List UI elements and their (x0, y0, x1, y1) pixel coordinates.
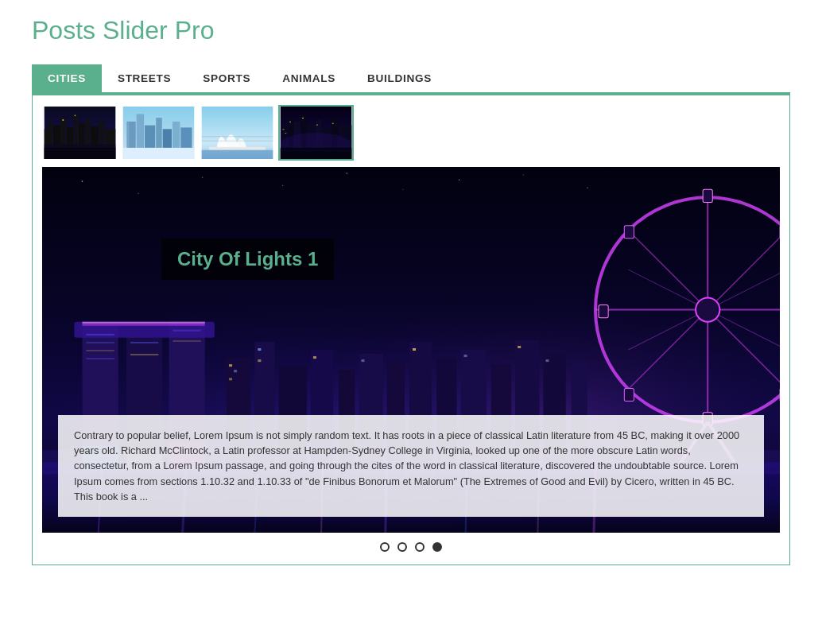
svg-point-64 (459, 179, 459, 180)
svg-rect-47 (289, 122, 291, 122)
tab-cities[interactable]: CITIES (32, 64, 102, 92)
svg-point-60 (202, 177, 203, 177)
svg-rect-119 (313, 356, 316, 359)
svg-rect-115 (234, 370, 237, 372)
svg-rect-15 (45, 148, 116, 159)
thumbnail-2[interactable] (121, 105, 196, 161)
slide-description: Contrary to popular belief, Lorem Ipsum … (74, 428, 748, 504)
svg-rect-48 (302, 118, 304, 118)
svg-rect-120 (361, 359, 364, 362)
svg-rect-45 (283, 129, 285, 130)
svg-rect-114 (229, 364, 232, 367)
tab-buildings[interactable]: BUILDINGS (351, 64, 448, 92)
svg-rect-49 (316, 125, 318, 126)
slide-description-box: Contrary to popular belief, Lorem Ipsum … (58, 415, 764, 517)
svg-point-13 (75, 115, 76, 117)
svg-rect-95 (130, 354, 158, 355)
slider-container: City Of Lights 1 Contrary to popular bel… (32, 95, 790, 565)
svg-point-62 (346, 173, 347, 174)
svg-rect-29 (209, 147, 266, 150)
thumbnail-4[interactable] (278, 105, 354, 161)
dot-1[interactable] (380, 542, 390, 552)
tab-streets[interactable]: STREETS (102, 64, 187, 92)
svg-point-65 (523, 175, 524, 176)
svg-rect-94 (130, 342, 158, 343)
nav-tabs: CITIES STREETS SPORTS ANIMALS BUILDINGS (32, 64, 790, 95)
dot-3[interactable] (415, 542, 425, 552)
svg-point-59 (138, 193, 138, 194)
svg-rect-46 (285, 133, 286, 134)
svg-rect-81 (624, 226, 634, 239)
svg-rect-50 (332, 123, 334, 124)
dot-2[interactable] (397, 542, 407, 552)
svg-rect-118 (258, 359, 261, 362)
svg-rect-123 (518, 346, 521, 348)
svg-point-63 (402, 189, 403, 190)
svg-point-58 (82, 180, 83, 182)
svg-point-75 (696, 297, 719, 321)
svg-rect-121 (413, 348, 416, 351)
svg-point-61 (282, 185, 283, 186)
slider-dots (42, 533, 780, 555)
svg-point-12 (62, 119, 64, 121)
svg-rect-116 (229, 378, 232, 380)
thumbnails-row (42, 105, 780, 161)
slide-title-box: City Of Lights 1 (161, 239, 334, 280)
tab-sports[interactable]: SPORTS (187, 64, 266, 92)
page-title: Posts Slider Pro (32, 16, 790, 45)
slide-title: City Of Lights 1 (177, 248, 318, 270)
main-slide: City Of Lights 1 Contrary to popular bel… (42, 167, 780, 533)
svg-rect-52 (281, 148, 352, 159)
dot-4[interactable] (432, 542, 442, 552)
thumbnail-1[interactable] (42, 105, 118, 161)
svg-rect-76 (703, 189, 712, 202)
svg-rect-27 (123, 148, 195, 159)
svg-rect-83 (624, 388, 634, 401)
svg-rect-117 (258, 348, 261, 351)
tab-animals[interactable]: ANIMALS (266, 64, 351, 92)
svg-rect-124 (545, 359, 549, 362)
svg-rect-139 (82, 322, 204, 324)
svg-point-66 (587, 187, 588, 188)
page-wrapper: Posts Slider Pro CITIES STREETS SPORTS A… (0, 0, 822, 581)
svg-rect-79 (599, 305, 608, 318)
svg-rect-34 (202, 140, 273, 142)
thumbnail-3[interactable] (200, 105, 275, 161)
svg-rect-122 (464, 355, 467, 357)
